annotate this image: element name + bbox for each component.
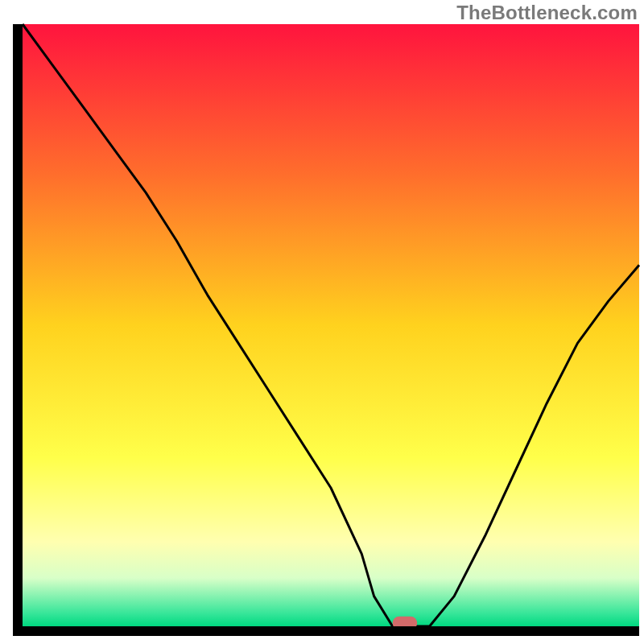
y-axis bbox=[13, 24, 23, 636]
chart-container: TheBottleneck.com bbox=[0, 0, 644, 644]
bottleneck-chart bbox=[0, 0, 644, 644]
watermark-text: TheBottleneck.com bbox=[456, 2, 638, 24]
chart-background bbox=[23, 24, 639, 626]
x-axis bbox=[13, 626, 639, 636]
